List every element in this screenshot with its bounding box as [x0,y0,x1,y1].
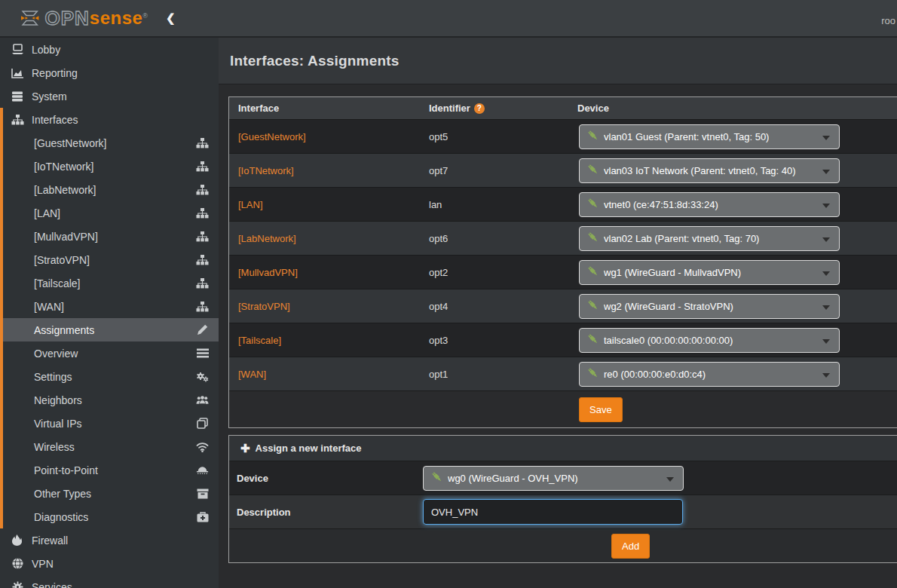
sitemap-icon [196,301,209,313]
sidebar-item-other-types[interactable]: Other Types [0,482,219,505]
caret-down-icon [822,130,830,143]
sitemap-icon [196,207,209,219]
sidebar-item-label: Neighbors [34,394,82,406]
sidebar-item-lan[interactable]: [LAN] [0,201,219,225]
sidebar-item-iotnetwork[interactable]: [IoTNetwork] [0,155,219,178]
fire-icon [11,534,24,547]
sidebar-item-label: [GuestNetwork] [34,137,106,149]
interface-link[interactable]: [MullvadVPN] [238,267,298,278]
identifier-help-icon[interactable]: ? [474,103,485,114]
sidebar-item-diagnostics[interactable]: Diagnostics [0,505,219,528]
sidebar-item-label: Diagnostics [34,511,88,523]
users-icon [196,394,209,406]
sidebar-item-label: Point-to-Point [34,464,98,476]
assignment-row: [MullvadVPN]opt2wg1 (WireGuard - Mullvad… [229,255,897,289]
opnsense-logo[interactable]: OPNsense® [20,6,148,30]
interface-identifier: lan [429,199,442,210]
sidebar-item-assignments[interactable]: Assignments [0,318,219,341]
assignment-row: [WAN]opt1re0 (00:00:00:e0:d0:c4) [229,357,897,390]
sidebar-item-wan[interactable]: [WAN] [0,295,219,318]
list-icon [196,348,209,360]
sidebar-item-vpn[interactable]: VPN [0,552,219,575]
description-input[interactable] [423,499,683,525]
plug-icon [431,471,442,485]
assignment-row: [IoTNetwork]opt7vlan03 IoT Network (Pare… [229,153,897,187]
sidebar-item-reporting[interactable]: Reporting [0,61,219,84]
interface-link[interactable]: [Tailscale] [238,335,281,346]
sidebar-item-services[interactable]: Services [0,575,219,588]
sidebar-item-label: Settings [34,371,72,383]
sidebar-collapse-chevron-left-icon[interactable]: ❮ [166,11,176,25]
sidebar-item-overview[interactable]: Overview [0,341,219,365]
plug-icon [587,299,599,314]
sidebar-item-wireless[interactable]: Wireless [0,435,219,458]
sitemap-icon [196,161,209,173]
caret-down-icon [822,198,830,211]
sidebar-item-mullvadvpn[interactable]: [MullvadVPN] [0,225,219,248]
column-header-interface: Interface [229,103,420,114]
sidebar-item-interfaces[interactable]: Interfaces [0,108,219,131]
page-title: Interfaces: Assignments [230,53,400,69]
new-interface-device-select[interactable]: wg0 (WireGuard - OVH_VPN) [423,466,684,491]
new-interface-description-row: Description [229,495,897,528]
plug-icon [587,265,599,280]
device-label: Device [229,473,418,484]
sidebar-item-label: [IoTNetwork] [34,161,93,173]
sidebar-item-label: [LabNetwork] [34,184,96,196]
save-row: Save [229,390,897,427]
plug-icon [587,198,599,212]
logged-in-user[interactable]: roo [881,15,895,26]
sidebar-item-tailscale[interactable]: [Tailscale] [0,271,219,295]
sidebar-item-point-to-point[interactable]: Point-to-Point [0,458,219,482]
caret-down-icon [822,265,830,279]
interface-link[interactable]: [IoTNetwork] [238,165,294,176]
column-header-identifier: Identifier ? [420,103,568,114]
device-select[interactable]: vlan01 Guest (Parent: vtnet0, Tag: 50) [579,124,840,149]
gears-icon [196,371,209,383]
add-button[interactable]: Add [611,534,650,559]
device-select[interactable]: tailscale0 (00:00:00:00:00:00) [579,328,840,353]
device-select[interactable]: vlan02 Lab (Parent: vtnet0, Tag: 70) [579,226,840,251]
sitemap-icon [196,231,209,243]
sidebar-item-label: Lobby [32,44,60,56]
interface-link[interactable]: [LAN] [238,199,263,210]
device-select[interactable]: re0 (00:00:00:e0:d0:c4) [579,362,840,387]
device-select[interactable]: vlan03 IoT Network (Parent: vtnet0, Tag:… [579,158,840,183]
assignments-table: Interface Identifier ? Device [GuestNetw… [228,96,897,428]
interface-identifier: opt7 [429,165,448,176]
sidebar-item-lobby[interactable]: Lobby [0,38,219,61]
sidebar-item-label: Wireless [34,441,75,453]
interface-link[interactable]: [GuestNetwork] [238,131,306,142]
sidebar-item-guestnetwork[interactable]: [GuestNetwork] [0,131,219,155]
sitemap-icon [11,114,24,126]
sidebar-item-stratovpn[interactable]: [StratoVPN] [0,248,219,271]
sidebar-item-label: [MullvadVPN] [34,231,98,243]
sidebar-item-settings[interactable]: Settings [0,365,219,388]
sidebar-item-firewall[interactable]: Firewall [0,528,219,552]
assignment-row: [LAN]lanvtnet0 (ce:47:51:8d:33:24) [229,187,897,221]
sidebar-item-label: Reporting [32,67,78,79]
main-content: Interfaces: Assignments Interface Identi… [219,38,897,588]
sitemap-icon [196,137,209,149]
interface-link[interactable]: [LabNetwork] [238,233,296,244]
sitemap-icon [196,277,209,289]
device-select[interactable]: wg2 (WireGuard - StratoVPN) [579,294,840,319]
assignments-table-header: Interface Identifier ? Device [229,97,897,119]
save-button[interactable]: Save [579,397,623,422]
brand-sense-text: sense [90,8,143,29]
sidebar-item-label: Assignments [34,324,94,336]
device-select[interactable]: wg1 (WireGuard - MullvadVPN) [579,260,840,285]
sidebar-item-label: Other Types [34,488,91,500]
interface-link[interactable]: [StratoVPN] [238,301,290,312]
sidebar-nav: LobbyReportingSystemInterfaces[GuestNetw… [0,38,219,588]
sidebar-item-neighbors[interactable]: Neighbors [0,388,219,412]
assignment-row: [StratoVPN]opt4wg2 (WireGuard - StratoVP… [229,289,897,323]
sidebar-item-virtual-ips[interactable]: Virtual IPs [0,412,219,435]
sidebar-item-system[interactable]: System [0,84,219,108]
caret-down-icon [822,333,830,347]
device-select[interactable]: vtnet0 (ce:47:51:8d:33:24) [579,192,840,217]
sidebar-item-labnetwork[interactable]: [LabNetwork] [0,178,219,201]
interface-link[interactable]: [WAN] [238,369,266,380]
sidebar-item-label: [WAN] [34,301,64,313]
plug-icon [587,164,599,178]
